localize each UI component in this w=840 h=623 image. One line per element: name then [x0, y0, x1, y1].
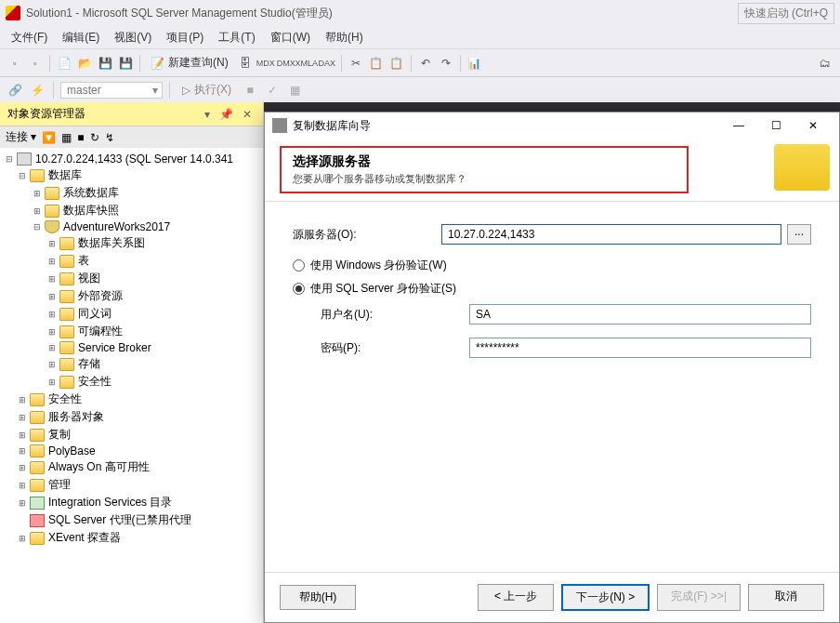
system-db-node[interactable]: ⊞系统数据库 — [0, 184, 263, 202]
sql-auth-label: 使用 SQL Server 身份验证(S) — [310, 281, 456, 297]
database-combo[interactable]: master — [60, 82, 163, 99]
back-button[interactable]: < 上一步 — [478, 584, 554, 611]
window-title: Solution1 - Microsoft SQL Server Managem… — [26, 6, 333, 21]
xmla-icon[interactable]: XMLA — [297, 54, 316, 73]
username-input[interactable] — [469, 304, 811, 325]
views-node[interactable]: ⊞视图 — [0, 270, 263, 287]
xevent-node[interactable]: ⊞XEvent 探查器 — [0, 529, 263, 547]
new-project-icon[interactable]: 📄 — [55, 54, 73, 73]
menu-project[interactable]: 项目(P) — [159, 27, 211, 48]
stop-filter-icon[interactable]: ■ — [77, 131, 84, 144]
integration-node[interactable]: ⊞Integration Services 目录 — [0, 494, 263, 511]
storage-node[interactable]: ⊞存储 — [0, 355, 263, 373]
menu-edit[interactable]: 编辑(E) — [55, 27, 107, 48]
tree-icon[interactable]: ▦ — [61, 131, 72, 144]
disconnect-icon[interactable]: ⚡ — [28, 81, 46, 99]
app-icon — [6, 6, 20, 20]
sync-icon[interactable]: ↯ — [105, 131, 114, 144]
ext-res-node[interactable]: ⊞外部资源 — [0, 287, 263, 305]
wizard-footer: 帮助(H) < 上一步 下一步(N) > 完成(F) >>| 取消 — [265, 572, 839, 622]
dax-icon[interactable]: DAX — [318, 54, 336, 73]
nav-fwd-icon[interactable]: ◦ — [26, 54, 45, 73]
wizard-icon — [272, 118, 287, 133]
db-snapshot-node[interactable]: ⊞数据库快照 — [0, 202, 263, 219]
security-node[interactable]: ⊞安全性 — [0, 391, 263, 408]
windows-auth-radio[interactable] — [293, 259, 305, 272]
browse-button[interactable]: ... — [787, 224, 811, 245]
menu-file[interactable]: 文件(F) — [4, 27, 55, 48]
management-node[interactable]: ⊞管理 — [0, 476, 263, 494]
open-icon[interactable]: 📂 — [75, 54, 94, 73]
databases-node[interactable]: ⊟数据库 — [0, 166, 263, 184]
server-node[interactable]: ⊟10.27.0.224,1433 (SQL Server 14.0.341 — [0, 152, 263, 166]
refresh-icon[interactable]: ↻ — [90, 131, 99, 144]
wizard-titlebar: 复制数据库向导 — ☐ ✕ — [265, 113, 839, 139]
pin-icon[interactable]: 📌 — [216, 108, 237, 121]
mdx-icon[interactable]: MDX — [256, 54, 275, 73]
username-label: 用户名(U): — [321, 307, 469, 323]
toolbar-query: 🔗 ⚡ master ▷ 执行(X) ■ ✓ ▦ — [0, 76, 840, 102]
object-explorer: 对象资源管理器 ▾ 📌 ✕ 连接 ▾ 🔽 ▦ ■ ↻ ↯ ⊟10.27.0.22… — [0, 102, 264, 623]
programmability-node[interactable]: ⊞可编程性 — [0, 323, 263, 340]
solution-icon[interactable]: 🗂 — [816, 54, 834, 73]
dmx-icon[interactable]: DMX — [277, 54, 295, 73]
source-server-input[interactable] — [441, 224, 781, 245]
close-icon[interactable]: ✕ — [794, 115, 832, 136]
always-on-node[interactable]: ⊞Always On 高可用性 — [0, 458, 263, 476]
explorer-title: 对象资源管理器 — [7, 106, 85, 122]
synonyms-node[interactable]: ⊞同义词 — [0, 305, 263, 323]
quick-launch[interactable]: 快速启动 (Ctrl+Q — [738, 3, 834, 24]
wizard-subheading: 您要从哪个服务器移动或复制数据库？ — [293, 172, 676, 186]
filter-icon[interactable]: 🔽 — [42, 131, 56, 144]
password-input[interactable] — [469, 338, 811, 358]
connect-icon[interactable]: 🔗 — [6, 81, 24, 99]
source-server-label: 源服务器(O): — [293, 227, 441, 243]
menu-help[interactable]: 帮助(H) — [318, 27, 371, 48]
redo-icon[interactable]: ↷ — [437, 54, 455, 73]
security-db-node[interactable]: ⊞安全性 — [0, 373, 263, 391]
db-engine-icon[interactable]: 🗄 — [236, 54, 255, 73]
connect-dropdown[interactable]: 连接 ▾ — [6, 129, 36, 145]
save-all-icon[interactable]: 💾 — [116, 54, 135, 73]
finish-button[interactable]: 完成(F) >>| — [657, 584, 741, 611]
copy-icon[interactable]: 📋 — [367, 54, 386, 73]
dropdown-icon[interactable]: ▾ — [201, 108, 214, 121]
menu-tools[interactable]: 工具(T) — [211, 27, 262, 48]
save-icon[interactable]: 💾 — [96, 54, 114, 73]
password-label: 密码(P): — [321, 340, 469, 356]
help-button[interactable]: 帮助(H) — [280, 585, 356, 610]
execute-button[interactable]: ▷ 执行(X) — [177, 80, 237, 99]
parse-icon[interactable]: ✓ — [263, 81, 282, 99]
sql-auth-radio[interactable] — [293, 283, 305, 295]
explorer-header: 对象资源管理器 ▾ 📌 ✕ — [0, 102, 263, 126]
plan-icon[interactable]: ▦ — [285, 81, 304, 99]
cut-icon[interactable]: ✂ — [347, 54, 365, 73]
diagrams-node[interactable]: ⊞数据库关系图 — [0, 234, 263, 252]
windows-auth-label: 使用 Windows 身份验证(W) — [310, 258, 447, 273]
nav-back-icon[interactable]: ◦ — [6, 54, 24, 73]
explorer-toolbar: 连接 ▾ 🔽 ▦ ■ ↻ ↯ — [0, 126, 263, 148]
menubar: 文件(F) 编辑(E) 视图(V) 项目(P) 工具(T) 窗口(W) 帮助(H… — [0, 26, 840, 48]
service-broker-node[interactable]: ⊞Service Broker — [0, 340, 263, 355]
menu-view[interactable]: 视图(V) — [107, 27, 159, 48]
maximize-icon[interactable]: ☐ — [757, 115, 794, 136]
menu-window[interactable]: 窗口(W) — [263, 27, 318, 48]
paste-icon[interactable]: 📋 — [387, 54, 406, 73]
adventureworks-node[interactable]: ⊟AdventureWorks2017 — [0, 219, 263, 234]
wizard-banner-image — [774, 144, 830, 191]
object-tree: ⊟10.27.0.224,1433 (SQL Server 14.0.341 ⊟… — [0, 148, 263, 623]
minimize-icon[interactable]: — — [720, 115, 757, 136]
undo-icon[interactable]: ↶ — [416, 54, 435, 73]
properties-icon[interactable]: 📊 — [466, 54, 484, 73]
wizard-heading: 选择源服务器 — [293, 153, 676, 170]
sql-agent-node[interactable]: SQL Server 代理(已禁用代理 — [0, 511, 263, 529]
server-objects-node[interactable]: ⊞服务器对象 — [0, 408, 263, 426]
tables-node[interactable]: ⊞表 — [0, 252, 263, 270]
close-panel-icon[interactable]: ✕ — [239, 108, 256, 121]
replication-node[interactable]: ⊞复制 — [0, 426, 263, 444]
new-query-button[interactable]: 📝 新建查询(N) — [145, 53, 234, 73]
cancel-button[interactable]: 取消 — [748, 584, 824, 611]
stop-icon[interactable]: ■ — [241, 81, 259, 99]
next-button[interactable]: 下一步(N) > — [561, 584, 650, 611]
polybase-node[interactable]: ⊞PolyBase — [0, 444, 263, 458]
